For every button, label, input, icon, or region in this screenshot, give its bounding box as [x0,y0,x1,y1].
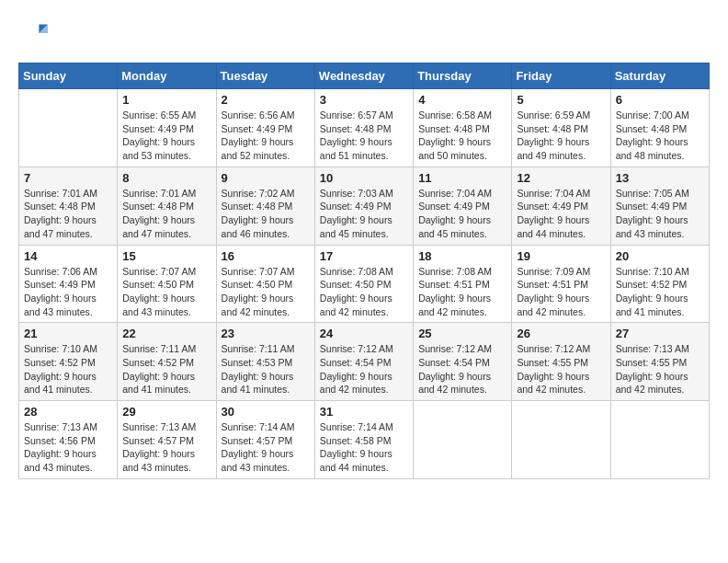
day-info: Sunrise: 7:04 AMSunset: 4:49 PMDaylight:… [517,187,605,241]
day-number: 31 [320,405,408,419]
calendar-cell: 22Sunrise: 7:11 AMSunset: 4:52 PMDayligh… [118,323,216,401]
calendar-cell: 14Sunrise: 7:06 AMSunset: 4:49 PMDayligh… [19,245,118,323]
day-info: Sunrise: 7:07 AMSunset: 4:50 PMDaylight:… [122,265,210,319]
calendar-cell: 16Sunrise: 7:07 AMSunset: 4:50 PMDayligh… [216,245,314,323]
day-info: Sunrise: 7:05 AMSunset: 4:49 PMDaylight:… [616,187,704,241]
day-number: 18 [418,249,506,263]
calendar-cell: 7Sunrise: 7:01 AMSunset: 4:48 PMDaylight… [19,167,118,245]
day-number: 13 [616,171,704,185]
day-number: 5 [517,93,605,107]
weekday-header-friday: Friday [512,63,610,89]
day-info: Sunrise: 7:08 AMSunset: 4:51 PMDaylight:… [418,265,506,319]
calendar-cell: 24Sunrise: 7:12 AMSunset: 4:54 PMDayligh… [314,323,413,401]
day-number: 15 [122,249,210,263]
day-info: Sunrise: 7:01 AMSunset: 4:48 PMDaylight:… [122,187,210,241]
day-info: Sunrise: 7:12 AMSunset: 4:54 PMDaylight:… [320,342,408,396]
day-info: Sunrise: 7:11 AMSunset: 4:53 PMDaylight:… [222,342,310,396]
weekday-header-saturday: Saturday [610,63,709,89]
day-number: 25 [418,327,506,340]
day-number: 29 [122,405,210,419]
day-info: Sunrise: 7:12 AMSunset: 4:55 PMDaylight:… [517,342,605,396]
calendar-cell: 18Sunrise: 7:08 AMSunset: 4:51 PMDayligh… [414,245,512,323]
day-number: 16 [222,249,310,263]
day-number: 30 [222,405,310,419]
calendar-cell: 29Sunrise: 7:13 AMSunset: 4:57 PMDayligh… [118,401,216,479]
day-info: Sunrise: 7:08 AMSunset: 4:50 PMDaylight:… [320,265,408,319]
calendar-cell: 31Sunrise: 7:14 AMSunset: 4:58 PMDayligh… [314,401,413,479]
day-info: Sunrise: 7:00 AMSunset: 4:48 PMDaylight:… [616,109,704,163]
calendar-cell [512,401,610,479]
logo-icon [18,18,48,48]
calendar-cell: 9Sunrise: 7:02 AMSunset: 4:48 PMDaylight… [216,167,314,245]
day-number: 23 [222,327,310,340]
day-number: 10 [320,171,408,185]
calendar-cell: 10Sunrise: 7:03 AMSunset: 4:49 PMDayligh… [314,167,413,245]
calendar-cell: 19Sunrise: 7:09 AMSunset: 4:51 PMDayligh… [512,245,610,323]
calendar-cell: 17Sunrise: 7:08 AMSunset: 4:50 PMDayligh… [314,245,413,323]
calendar-cell: 2Sunrise: 6:56 AMSunset: 4:49 PMDaylight… [216,89,314,167]
weekday-header-row: SundayMondayTuesdayWednesdayThursdayFrid… [19,63,710,89]
calendar-cell: 28Sunrise: 7:13 AMSunset: 4:56 PMDayligh… [19,401,118,479]
day-info: Sunrise: 7:10 AMSunset: 4:52 PMDaylight:… [616,265,704,319]
day-info: Sunrise: 7:04 AMSunset: 4:49 PMDaylight:… [418,187,506,241]
day-info: Sunrise: 6:59 AMSunset: 4:48 PMDaylight:… [517,109,605,163]
calendar-cell: 11Sunrise: 7:04 AMSunset: 4:49 PMDayligh… [414,167,512,245]
day-number: 17 [320,249,408,263]
day-info: Sunrise: 6:57 AMSunset: 4:48 PMDaylight:… [320,109,408,163]
day-info: Sunrise: 7:10 AMSunset: 4:52 PMDaylight:… [24,342,112,396]
calendar-cell [414,401,512,479]
calendar-week-row: 28Sunrise: 7:13 AMSunset: 4:56 PMDayligh… [19,401,710,479]
day-number: 6 [616,93,704,107]
day-number: 7 [24,171,112,185]
calendar-cell: 8Sunrise: 7:01 AMSunset: 4:48 PMDaylight… [118,167,216,245]
calendar-cell: 26Sunrise: 7:12 AMSunset: 4:55 PMDayligh… [512,323,610,401]
day-number: 2 [222,93,310,107]
day-info: Sunrise: 7:14 AMSunset: 4:57 PMDaylight:… [222,420,310,475]
calendar-cell: 15Sunrise: 7:07 AMSunset: 4:50 PMDayligh… [118,245,216,323]
day-info: Sunrise: 6:56 AMSunset: 4:49 PMDaylight:… [222,109,310,163]
day-info: Sunrise: 6:55 AMSunset: 4:49 PMDaylight:… [122,109,210,163]
day-number: 8 [122,171,210,185]
calendar-cell: 27Sunrise: 7:13 AMSunset: 4:55 PMDayligh… [610,323,709,401]
day-number: 12 [517,171,605,185]
calendar-week-row: 21Sunrise: 7:10 AMSunset: 4:52 PMDayligh… [19,323,710,401]
day-number: 9 [222,171,310,185]
day-info: Sunrise: 7:01 AMSunset: 4:48 PMDaylight:… [24,187,112,241]
day-number: 14 [24,249,112,263]
day-number: 27 [616,327,704,340]
calendar-cell: 6Sunrise: 7:00 AMSunset: 4:48 PMDaylight… [610,89,709,167]
page-header [18,18,710,48]
day-number: 4 [418,93,506,107]
day-info: Sunrise: 7:07 AMSunset: 4:50 PMDaylight:… [222,265,310,319]
day-number: 1 [122,93,210,107]
calendar-cell: 3Sunrise: 6:57 AMSunset: 4:48 PMDaylight… [314,89,413,167]
day-info: Sunrise: 7:13 AMSunset: 4:55 PMDaylight:… [616,342,704,396]
day-number: 22 [122,327,210,340]
calendar-cell: 25Sunrise: 7:12 AMSunset: 4:54 PMDayligh… [414,323,512,401]
calendar-cell [19,89,118,167]
calendar-table: SundayMondayTuesdayWednesdayThursdayFrid… [18,63,710,479]
day-info: Sunrise: 7:06 AMSunset: 4:49 PMDaylight:… [24,265,112,319]
day-number: 21 [24,327,112,340]
calendar-week-row: 7Sunrise: 7:01 AMSunset: 4:48 PMDaylight… [19,167,710,245]
day-info: Sunrise: 7:11 AMSunset: 4:52 PMDaylight:… [122,342,210,396]
calendar-cell: 30Sunrise: 7:14 AMSunset: 4:57 PMDayligh… [216,401,314,479]
day-info: Sunrise: 7:02 AMSunset: 4:48 PMDaylight:… [222,187,310,241]
logo [18,18,51,48]
calendar-week-row: 1Sunrise: 6:55 AMSunset: 4:49 PMDaylight… [19,89,710,167]
calendar-cell: 12Sunrise: 7:04 AMSunset: 4:49 PMDayligh… [512,167,610,245]
day-number: 19 [517,249,605,263]
day-info: Sunrise: 7:14 AMSunset: 4:58 PMDaylight:… [320,420,408,475]
calendar-week-row: 14Sunrise: 7:06 AMSunset: 4:49 PMDayligh… [19,245,710,323]
calendar-cell: 13Sunrise: 7:05 AMSunset: 4:49 PMDayligh… [610,167,709,245]
calendar-cell: 5Sunrise: 6:59 AMSunset: 4:48 PMDaylight… [512,89,610,167]
day-info: Sunrise: 6:58 AMSunset: 4:48 PMDaylight:… [418,109,506,163]
calendar-cell: 20Sunrise: 7:10 AMSunset: 4:52 PMDayligh… [610,245,709,323]
calendar-cell [610,401,709,479]
calendar-cell: 23Sunrise: 7:11 AMSunset: 4:53 PMDayligh… [216,323,314,401]
day-number: 24 [320,327,408,340]
day-number: 20 [616,249,704,263]
day-info: Sunrise: 7:12 AMSunset: 4:54 PMDaylight:… [418,342,506,396]
day-info: Sunrise: 7:13 AMSunset: 4:57 PMDaylight:… [122,420,210,475]
day-number: 26 [517,327,605,340]
